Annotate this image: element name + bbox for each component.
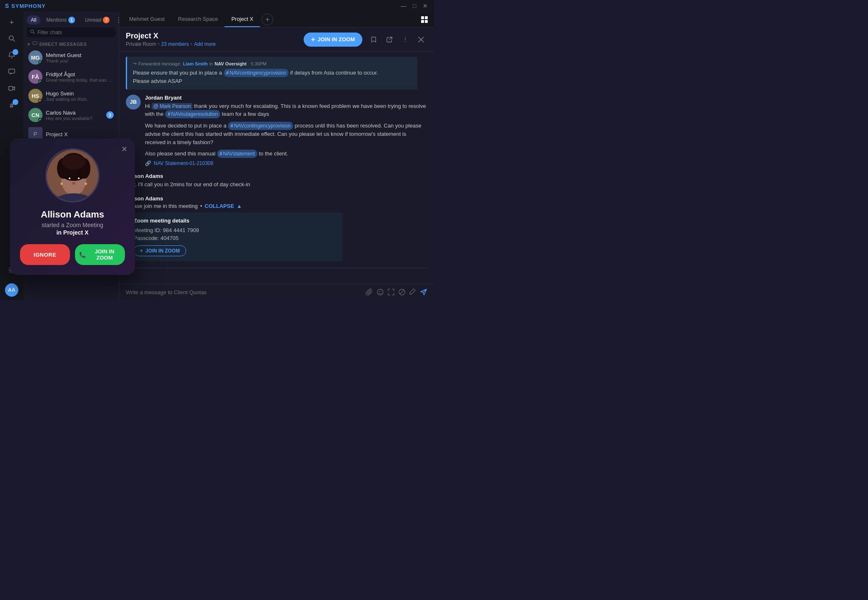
svg-rect-7 (33, 42, 37, 45)
tab-research-space[interactable]: Research Space (171, 12, 224, 27)
popout-btn[interactable] (383, 33, 396, 46)
tab-mentions-label: Mentions (46, 17, 67, 23)
fridtjof-preview: Great meeting today, that was stellar. (46, 78, 114, 82)
close-btn[interactable]: ✕ (422, 2, 429, 9)
minimize-btn[interactable]: — (400, 2, 407, 9)
sidebar-plus-btn[interactable]: + (4, 15, 19, 30)
mark-mention[interactable]: @ Mark Pearson (152, 103, 192, 110)
send-btn[interactable] (420, 288, 427, 296)
svg-point-24 (69, 178, 70, 179)
chat-item-carlos[interactable]: CN Carlos Nava Hey are you available? 3 (25, 105, 117, 125)
svg-line-14 (400, 290, 404, 294)
svg-point-25 (78, 178, 80, 179)
sidebar-video-btn[interactable] (4, 82, 19, 97)
svg-point-28 (60, 182, 63, 185)
svg-point-21 (62, 155, 85, 170)
draft-btn[interactable] (409, 288, 417, 296)
svg-point-11 (379, 291, 380, 292)
tab-mentions[interactable]: Mentions 1 (42, 15, 79, 25)
in-text: in (56, 229, 61, 236)
join-zoom-header-btn[interactable]: + JOIN IN ZOOM (304, 32, 362, 47)
forward-room: NAV Oversight (215, 61, 247, 66)
carlos-badge: 3 (106, 111, 114, 119)
hashtag-pill-2[interactable]: # NAVoutageresolution (165, 110, 220, 118)
hugo-preview: Just waiting on Rich. (46, 97, 114, 102)
zoom-popup-buttons: IGNORE 📞 JOIN IN ZOOM (20, 244, 125, 265)
close-chat-btn[interactable] (415, 33, 427, 46)
attachment-icon: 🔗 (145, 160, 151, 166)
tab-all[interactable]: All (27, 15, 40, 25)
chat-main: Mehmet Guest Research Space Project X + (119, 12, 434, 300)
header-actions: ⋮ (367, 33, 427, 46)
chat-tabs: Mehmet Guest Research Space Project X + (119, 12, 434, 28)
block-btn[interactable] (398, 288, 406, 296)
collapse-link[interactable]: COLLAPSE (205, 203, 234, 209)
hashtag-pill-4[interactable]: # NAVstatement (217, 150, 257, 158)
sidebar-chat-btn[interactable] (4, 65, 19, 80)
hashtag-pill-3[interactable]: # NAVcontingencyprovision (228, 122, 293, 130)
chat-item-mehmet[interactable]: MG Mehmet Guest Thank you! (25, 48, 117, 67)
add-tab-btn[interactable]: + (262, 14, 273, 25)
collapse-arrow: ▲ (237, 203, 242, 209)
hugo-info: Hugo Svein Just waiting on Rich. (46, 90, 114, 102)
chat-item-fridtjof[interactable]: FÅ Fridtjof Ågot Great meeting today, th… (25, 67, 117, 86)
jordan-content: Jordan Bryant Hi @ Mark Pearson thank yo… (145, 95, 427, 167)
popup-close-btn[interactable]: ✕ (119, 144, 129, 154)
sidebar-hashtag-btn[interactable]: # (4, 98, 19, 113)
hugo-avatar: HS (28, 89, 42, 103)
sidebar-search-btn[interactable] (4, 32, 19, 47)
message-divider (126, 268, 427, 268)
maximize-btn[interactable]: □ (411, 2, 418, 9)
projectx-info: Project X (46, 131, 114, 138)
more-options-btn[interactable]: ⋮ (399, 33, 412, 46)
tab-project-x[interactable]: Project X (224, 12, 260, 27)
user-avatar[interactable]: AA (5, 283, 18, 297)
meeting-id-row: Meeting ID: 984 4441 7909 (134, 227, 336, 233)
chat-title: Project X (126, 32, 304, 40)
filter-input[interactable] (37, 30, 112, 35)
caller-face-svg (47, 150, 100, 202)
logo-s: S (5, 2, 9, 9)
chat-subtitle: Private Room • 23 members • Add more (126, 41, 304, 47)
join-zoom-label: JOIN IN ZOOM (317, 36, 355, 42)
allison-name-1: Allison Adams (126, 173, 427, 179)
chat-title-area: Project X Private Room • 23 members • Ad… (126, 32, 304, 47)
zoom-popup: ✕ (10, 138, 135, 275)
allison-message-2: Allison Adams Please join me in this mee… (126, 194, 427, 261)
message-input[interactable] (126, 289, 362, 295)
bell-badge (12, 49, 18, 55)
chat-header: Project X Private Room • 23 members • Ad… (119, 28, 434, 52)
chat-item-hugo[interactable]: HS Hugo Svein Just waiting on Rich. (25, 86, 117, 105)
ignore-btn[interactable]: IGNORE (20, 244, 70, 265)
join-zoom-details-btn[interactable]: + JOIN IN ZOOM (134, 245, 186, 256)
passcode-row: Passcode: 404705 (134, 235, 336, 241)
jordan-text-3: Also please send this manual # NAVstatem… (145, 150, 427, 158)
add-more-link[interactable]: Add more (194, 41, 216, 47)
zoom-details-box: Zoom meeting details Meeting ID: 984 444… (126, 212, 342, 261)
svg-line-1 (13, 40, 15, 41)
carlos-avatar: CN (28, 108, 42, 122)
tab-unread[interactable]: Unread 7 (81, 15, 114, 25)
bookmark-btn[interactable] (367, 33, 380, 46)
fridtjof-avatar: FÅ (28, 70, 42, 84)
join-zoom-popup-btn[interactable]: 📞 JOIN IN ZOOM (75, 244, 125, 265)
join-zoom-plus-icon: + (311, 36, 315, 43)
chat-list-header: All Mentions 1 Unread 7 ⋮ (23, 12, 119, 39)
forwarded-text: Please ensure that you put in place a # … (133, 69, 412, 85)
grid-view-btn[interactable] (418, 13, 431, 26)
plus-icon: + (10, 18, 14, 27)
carlos-info: Carlos Nava Hey are you available? (46, 110, 103, 121)
expand-btn[interactable] (387, 288, 395, 296)
more-icon: ⋮ (402, 36, 409, 43)
forwarded-label: Forwarded message: (138, 61, 181, 66)
chat-icon (8, 68, 15, 77)
members-link[interactable]: 23 members (161, 41, 189, 47)
tab-mehmet-guest[interactable]: Mehmet Guest (122, 12, 171, 27)
tab-right-actions (418, 13, 431, 26)
emoji-btn[interactable] (377, 288, 384, 296)
attachment-link[interactable]: 🔗 NAV Statement-01-210308 (145, 160, 427, 166)
attach-btn[interactable] (366, 288, 373, 296)
sidebar-notifications-btn[interactable] (4, 48, 19, 63)
allison-message-1: Allison Adams Hey, I'll call you in 2min… (126, 171, 427, 189)
hashtag-pill-1[interactable]: # NAVcontingencyprovision (224, 69, 289, 77)
